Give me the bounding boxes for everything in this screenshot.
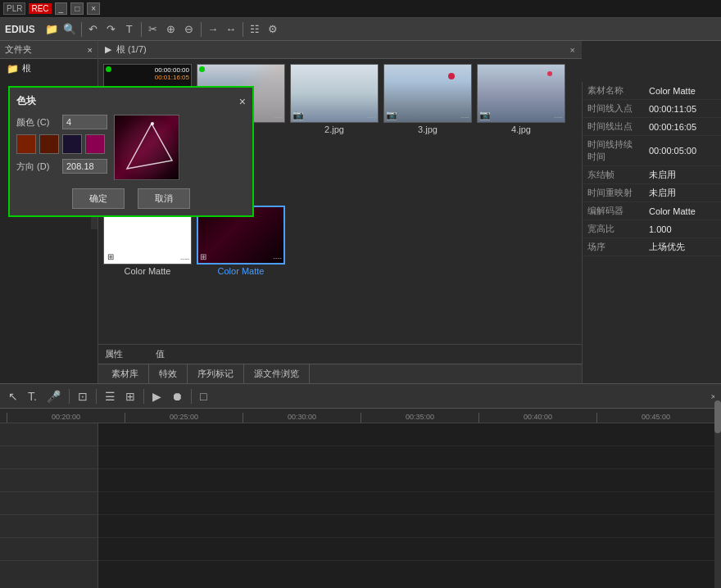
info-label: 素材名称 xyxy=(583,82,644,100)
track-row-3 xyxy=(98,469,721,492)
swatch-1[interactable] xyxy=(16,134,36,154)
2jpg-label: 2.jpg xyxy=(324,124,344,134)
info-value: 未启用 xyxy=(644,184,721,202)
bin-close[interactable]: × xyxy=(570,45,575,55)
color-picker[interactable] xyxy=(114,115,179,180)
rec-badge: REC xyxy=(29,3,51,14)
tab-seq-markers[interactable]: 序列标记 xyxy=(188,364,244,383)
info-row: 场序上场优先 xyxy=(583,238,721,256)
track-label-1 xyxy=(0,423,97,446)
direction-input[interactable] xyxy=(62,159,107,174)
tl-scrollthumb[interactable] xyxy=(714,423,721,433)
3jpg-cam-icon: 📷 xyxy=(386,110,397,120)
dialog-left: 颜色 (C) 方向 (D) xyxy=(16,115,107,180)
edius-toolbar: EDIUS 📁 🔍 ↶ ↷ T ✂ ⊕ ⊖ → ↔ ☷ ⚙ xyxy=(0,18,721,41)
maximize-button[interactable]: □ xyxy=(70,2,84,15)
thumb-item-cm1[interactable]: ⊞ ---- Color Matte xyxy=(103,206,192,340)
2jpg-cam-icon: 📷 xyxy=(292,110,304,120)
4jpg-dash: ---- xyxy=(554,113,563,120)
cm2-dash: ---- xyxy=(273,254,282,261)
tl-icon-text[interactable]: T. xyxy=(25,388,40,405)
cancel-button[interactable]: 取消 xyxy=(138,188,190,209)
tl-icon-cursor[interactable]: ↖ xyxy=(5,388,21,405)
info-row: 时间重映射未启用 xyxy=(583,184,721,202)
tl-icon-play[interactable]: ▶ xyxy=(149,388,165,405)
info-value: 未启用 xyxy=(644,166,721,184)
dialog-title: 色块 xyxy=(16,94,36,108)
track-row-6 xyxy=(98,538,721,561)
tl-icon-list[interactable]: ☰ xyxy=(102,388,119,405)
toolbar-icon-add[interactable]: ⊖ xyxy=(181,21,197,38)
tl-scrollbar[interactable] xyxy=(714,423,721,588)
1jpg-dot xyxy=(199,66,205,72)
track-label-2 xyxy=(0,446,97,469)
thumb-item-2jpg[interactable]: 📷 ---- 2.jpg xyxy=(290,64,379,201)
timeline-toolbar: ↖ T. 🎤 ⊡ ☰ ⊞ ▶ ⏺ □ × xyxy=(0,384,721,409)
toolbar-sep-2 xyxy=(141,22,142,37)
close-button-top[interactable]: × xyxy=(87,2,100,15)
track-row-1 xyxy=(98,423,721,446)
minimize-button[interactable]: _ xyxy=(55,2,68,15)
dialog-buttons: 确定 取消 xyxy=(16,188,246,209)
swatch-3[interactable] xyxy=(62,134,82,154)
tl-icon-mixer[interactable]: ⊞ xyxy=(122,388,138,405)
cm2-label: Color Matte xyxy=(218,266,265,276)
cm2-icon: ⊞ xyxy=(200,252,206,261)
1jpg-dash: ---- xyxy=(274,113,283,120)
thumb-item-3jpg[interactable]: 📷 ---- 3.jpg xyxy=(383,64,472,201)
swatch-4[interactable] xyxy=(85,134,105,154)
file-tab-label: 文件夹 xyxy=(5,43,32,56)
ruler-mark: 00:25:00 xyxy=(125,413,243,423)
tab-source-browse[interactable]: 源文件浏览 xyxy=(244,364,310,383)
toolbar-icon-settings[interactable]: ⚙ xyxy=(265,21,281,38)
info-row: 时间线入点00:00:11:05 xyxy=(583,100,721,118)
toolbar-icon-copy[interactable]: ⊕ xyxy=(163,21,179,38)
file-tab-close[interactable]: × xyxy=(88,45,93,55)
info-label: 编解码器 xyxy=(583,202,644,220)
info-row: 编解码器Color Matte xyxy=(583,202,721,220)
toolbar-icon-swap[interactable]: ↔ xyxy=(223,21,239,38)
info-row: 东结帧未启用 xyxy=(583,166,721,184)
thumb-container-3jpg: 📷 ---- xyxy=(383,64,472,123)
info-label: 时间线持续时间 xyxy=(583,136,644,166)
edius-title: EDIUS xyxy=(5,24,35,35)
toolbar-icon-folder[interactable]: 📁 xyxy=(43,21,60,38)
toolbar-icon-redo[interactable]: ↷ xyxy=(103,21,120,38)
cm1-icon: ⊞ xyxy=(106,251,116,262)
thumb-item-4jpg[interactable]: 📷 ---- 4.jpg xyxy=(477,64,565,201)
bin-header-icon: ▶ xyxy=(105,44,111,55)
toolbar-icon-undo[interactable]: ↶ xyxy=(85,21,102,38)
toolbar-icon-grid[interactable]: ☷ xyxy=(247,21,263,38)
ruler-mark: 00:35:00 xyxy=(360,413,478,423)
info-label: 东结帧 xyxy=(583,166,644,184)
tab-materials[interactable]: 素材库 xyxy=(102,364,149,383)
toolbar-icon-text[interactable]: T xyxy=(121,21,138,38)
dialog-close-button[interactable]: × xyxy=(239,95,246,108)
info-value: 00:00:16:05 xyxy=(644,118,721,136)
info-value: 00:00:05:00 xyxy=(644,136,721,166)
tl-icon-mic[interactable]: 🎤 xyxy=(43,388,64,405)
picker-triangle-svg xyxy=(115,115,180,181)
track-label-4 xyxy=(0,492,97,515)
bottom-tabs: 素材库 特效 序列标记 源文件浏览 xyxy=(98,364,582,383)
toolbar-icon-search[interactable]: 🔍 xyxy=(61,21,78,38)
plr-badge: PLR xyxy=(3,2,25,15)
tl-icon-record[interactable]: ⏺ xyxy=(168,388,186,405)
thumb-item-cm2[interactable]: ⊞ ---- Color Matte xyxy=(197,206,285,340)
info-row: 时间线出点00:00:16:05 xyxy=(583,118,721,136)
toolbar-icon-cut[interactable]: ✂ xyxy=(145,21,161,38)
seq-green-dot xyxy=(106,66,111,72)
color-input[interactable] xyxy=(62,115,107,129)
info-label: 宽高比 xyxy=(583,220,644,238)
info-value: Color Matte xyxy=(644,202,721,220)
tab-effects[interactable]: 特效 xyxy=(149,364,188,383)
props-attr: 属性 xyxy=(105,348,123,360)
toolbar-icon-arrow[interactable]: → xyxy=(205,21,221,38)
confirm-button[interactable]: 确定 xyxy=(72,188,125,209)
folder-item-root[interactable]: 📁 根 xyxy=(0,59,97,78)
info-label: 场序 xyxy=(583,238,644,256)
tl-icon-square[interactable]: □ xyxy=(197,388,210,405)
color-picker-gradient xyxy=(114,115,179,180)
swatch-2[interactable] xyxy=(39,134,59,154)
tl-icon-composite[interactable]: ⊡ xyxy=(75,388,91,405)
